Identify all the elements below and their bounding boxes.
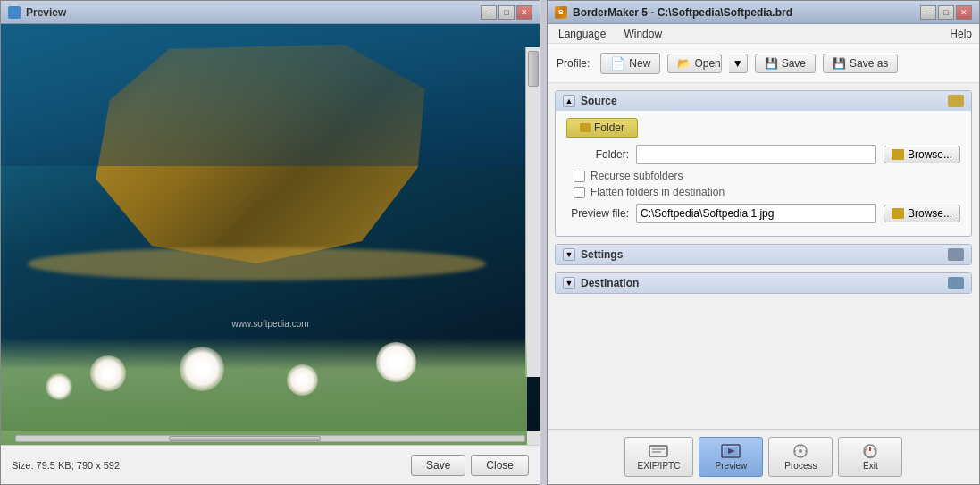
preview-file-label: Preview file: [566, 207, 629, 220]
main-titlebar: B BorderMaker 5 - C:\Softpedia\Softpedia… [548, 1, 979, 24]
flatten-row: Flatten folders in destination [574, 186, 960, 198]
flower-3 [287, 364, 318, 396]
main-menubar: Language Window Help [548, 24, 979, 44]
preview-titlebar: Preview ─ □ ✕ [1, 1, 540, 24]
settings-action-icon [948, 248, 964, 261]
new-icon: 📄 [610, 56, 625, 71]
preview-file-input[interactable] [636, 204, 876, 223]
recurse-checkbox[interactable] [574, 171, 585, 182]
folder-browse-label: Browse... [908, 148, 952, 161]
settings-header-left: ▼ Settings [563, 248, 623, 261]
preview-vertical-scrollbar[interactable] [525, 47, 540, 377]
open-icon: 📂 [677, 57, 691, 70]
preview-browse-label: Browse... [908, 207, 952, 220]
destination-section: ▼ Destination [555, 272, 972, 294]
preview-footer-buttons: Save Close [411, 455, 529, 476]
preview-file-row: Preview file: Browse... [566, 204, 960, 223]
folder-browse-button[interactable]: Browse... [884, 146, 960, 163]
flower-1 [90, 355, 126, 391]
folder-browse-icon [892, 149, 904, 160]
main-minimize-button[interactable]: ─ [920, 5, 936, 20]
save-as-icon: 💾 [833, 57, 846, 70]
main-close-button[interactable]: ✕ [956, 5, 972, 20]
preview-action-label: Preview [716, 461, 748, 471]
main-body: ▲ Source Folder Folder: Br [548, 83, 979, 429]
main-titlebar-left: B BorderMaker 5 - C:\Softpedia\Softpedia… [555, 6, 792, 19]
process-label: Process [784, 461, 817, 471]
preview-close-button[interactable]: ✕ [516, 5, 532, 20]
exif-label: EXIF/IPTC [638, 461, 681, 471]
save-as-button-label: Save as [850, 57, 888, 70]
save-as-button[interactable]: 💾 Save as [823, 54, 898, 73]
destination-section-title: Destination [581, 277, 639, 289]
profile-label: Profile: [557, 57, 590, 70]
preview-footer: Size: 79.5 KB; 790 x 592 Save Close [1, 445, 540, 484]
preview-hscroll-thumb[interactable] [169, 436, 322, 441]
flatten-checkbox[interactable] [574, 187, 585, 198]
source-tab-bar: Folder [566, 118, 960, 138]
main-window: B BorderMaker 5 - C:\Softpedia\Softpedia… [547, 0, 980, 485]
flower-4 [376, 342, 416, 382]
new-button[interactable]: 📄 New [600, 53, 660, 74]
destination-collapse-icon[interactable]: ▼ [563, 277, 575, 289]
preview-app-icon [8, 6, 21, 19]
folder-tab-icon [580, 123, 591, 132]
source-action-icon [948, 95, 964, 107]
main-app-icon: B [555, 6, 567, 19]
menu-language[interactable]: Language [555, 27, 609, 41]
new-button-label: New [629, 57, 650, 70]
source-section-header[interactable]: ▲ Source [556, 91, 971, 111]
exif-iptc-button[interactable]: EXIF/IPTC [624, 437, 694, 477]
preview-titlebar-controls: ─ □ ✕ [481, 5, 532, 20]
open-dropdown-button[interactable]: ▼ [729, 54, 748, 73]
toolbar: Profile: 📄 New 📂 Open ▼ 💾 Save 💾 Save as [548, 44, 979, 83]
settings-section: ▼ Settings [555, 244, 972, 265]
main-title: BorderMaker 5 - C:\Softpedia\Softpedia.b… [573, 6, 792, 19]
preview-minimize-button[interactable]: ─ [481, 5, 497, 20]
flatten-label: Flatten folders in destination [591, 186, 725, 198]
exit-label: Exit [863, 461, 878, 471]
source-collapse-icon[interactable]: ▲ [563, 95, 575, 107]
destination-header-left: ▼ Destination [563, 277, 639, 289]
settings-section-header[interactable]: ▼ Settings [556, 245, 971, 264]
save-button-label: Save [782, 57, 806, 70]
preview-save-button[interactable]: Save [411, 455, 465, 476]
settings-section-title: Settings [581, 248, 623, 261]
preview-size-info: Size: 79.5 KB; 790 x 592 [12, 460, 120, 471]
svg-point-7 [799, 449, 802, 453]
folder-tab[interactable]: Folder [566, 118, 638, 138]
folder-label: Folder: [566, 148, 629, 161]
source-section-body: Folder Folder: Browse... Recurse subfold… [556, 111, 971, 236]
preview-action-button[interactable]: Preview [699, 437, 763, 477]
preview-titlebar-left: Preview [8, 6, 66, 19]
main-footer: EXIF/IPTC Preview [548, 429, 979, 484]
settings-collapse-icon[interactable]: ▼ [563, 248, 575, 261]
process-button[interactable]: Process [768, 437, 833, 477]
preview-action-icon [720, 443, 741, 459]
save-icon: 💾 [765, 57, 778, 70]
preview-title: Preview [26, 6, 66, 19]
preview-browse-button[interactable]: Browse... [884, 205, 960, 222]
open-button[interactable]: 📂 Open [667, 54, 721, 73]
preview-vscroll-thumb[interactable] [528, 51, 539, 87]
process-icon [790, 443, 811, 459]
menu-window[interactable]: Window [620, 27, 666, 41]
flower-5 [46, 373, 72, 400]
folder-row: Folder: Browse... [566, 145, 960, 164]
save-button[interactable]: 💾 Save [755, 54, 816, 73]
menu-help[interactable]: Help [950, 28, 972, 40]
source-section: ▲ Source Folder Folder: Br [555, 90, 972, 237]
exit-button[interactable]: Exit [838, 437, 902, 477]
main-maximize-button[interactable]: □ [938, 5, 954, 20]
preview-hscroll-track[interactable] [15, 435, 525, 442]
open-button-label: Open [694, 57, 720, 70]
preview-maximize-button[interactable]: □ [498, 5, 515, 20]
flower-2 [180, 347, 224, 391]
preview-browse-icon [892, 208, 904, 219]
destination-section-header[interactable]: ▼ Destination [556, 273, 971, 293]
footer-action-buttons: EXIF/IPTC Preview [624, 437, 903, 477]
folder-input[interactable] [636, 145, 876, 164]
svg-rect-0 [649, 446, 667, 456]
preview-close-dialog-button[interactable]: Close [471, 455, 529, 476]
menu-items: Language Window [555, 27, 666, 41]
